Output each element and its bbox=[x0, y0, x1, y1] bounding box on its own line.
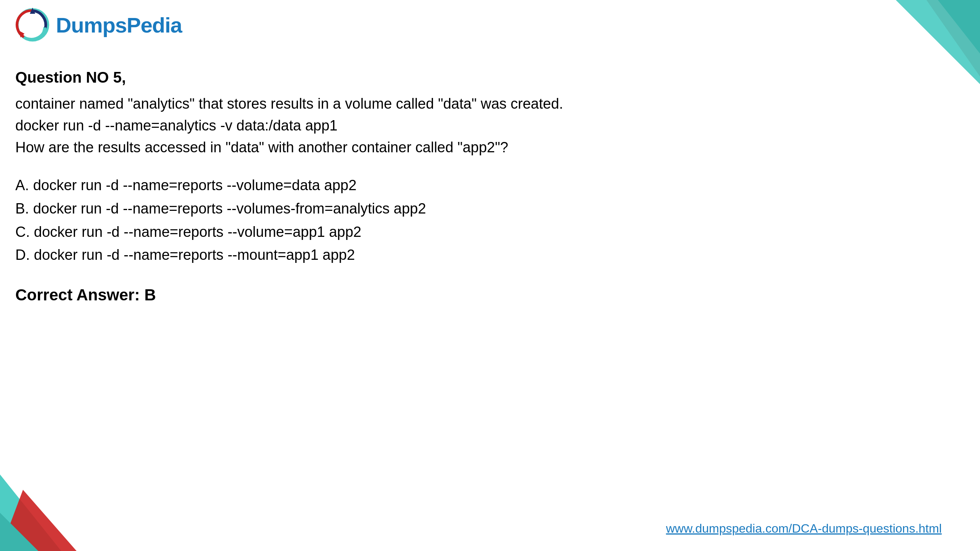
option-d: D. docker run -d --name=reports --mount=… bbox=[15, 243, 819, 267]
logo-text: DumpsPedia bbox=[56, 13, 182, 37]
footer-link[interactable]: www.dumpspedia.com/DCA-dumps-questions.h… bbox=[666, 522, 942, 536]
question-number: Question NO 5, bbox=[15, 69, 819, 86]
option-a: A. docker run -d --name=reports --volume… bbox=[15, 174, 819, 197]
top-right-decoration bbox=[819, 0, 980, 107]
correct-answer: Correct Answer: B bbox=[15, 286, 819, 304]
option-d-label: D. bbox=[15, 247, 34, 263]
bottom-left-decoration bbox=[0, 452, 122, 551]
correct-answer-value: B bbox=[144, 286, 156, 304]
question-line2: docker run -d --name=analytics -v data:/… bbox=[15, 115, 819, 137]
logo-icon bbox=[15, 8, 50, 42]
option-a-text: docker run -d --name=reports --volume=da… bbox=[33, 177, 356, 193]
header: DumpsPedia bbox=[15, 8, 182, 42]
option-b-label: B. bbox=[15, 201, 33, 217]
main-content: Question NO 5, container named "analytic… bbox=[15, 69, 819, 304]
option-a-label: A. bbox=[15, 177, 33, 193]
option-c-label: C. bbox=[15, 224, 34, 240]
logo-part1: Dumps bbox=[56, 13, 127, 37]
question-body: container named "analytics" that stores … bbox=[15, 93, 819, 158]
options-list: A. docker run -d --name=reports --volume… bbox=[15, 174, 819, 267]
option-c: C. docker run -d --name=reports --volume… bbox=[15, 220, 819, 244]
option-b: B. docker run -d --name=reports --volume… bbox=[15, 197, 819, 220]
option-d-text: docker run -d --name=reports --mount=app… bbox=[34, 247, 355, 263]
logo-part2: Pedia bbox=[127, 13, 182, 37]
option-c-text: docker run -d --name=reports --volume=ap… bbox=[34, 224, 361, 240]
question-line1: container named "analytics" that stores … bbox=[15, 93, 819, 115]
correct-answer-label: Correct Answer: bbox=[15, 286, 140, 304]
question-line3: How are the results accessed in "data" w… bbox=[15, 137, 819, 158]
option-b-text: docker run -d --name=reports --volumes-f… bbox=[33, 201, 426, 217]
footer-link-text: www.dumpspedia.com/DCA-dumps-questions.h… bbox=[666, 522, 942, 535]
